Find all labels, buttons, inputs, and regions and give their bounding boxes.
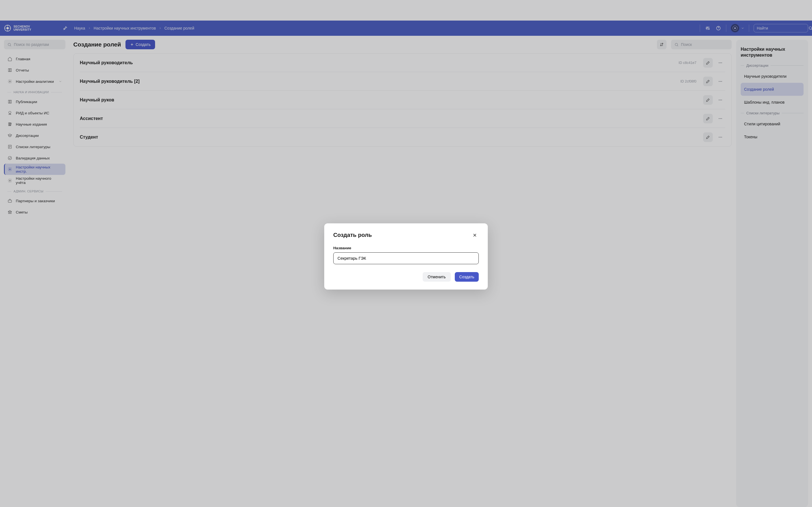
field-label: Название <box>333 246 479 250</box>
cancel-button[interactable]: Отменить <box>423 272 451 282</box>
close-icon <box>472 233 477 238</box>
submit-button[interactable]: Создать <box>455 272 479 282</box>
role-name-input[interactable] <box>333 252 479 264</box>
create-role-modal: Создать роль Название Отменить Создать <box>324 223 488 290</box>
modal-overlay[interactable]: Создать роль Название Отменить Создать <box>0 0 812 507</box>
close-button[interactable] <box>471 231 479 239</box>
modal-title: Создать роль <box>333 232 372 238</box>
